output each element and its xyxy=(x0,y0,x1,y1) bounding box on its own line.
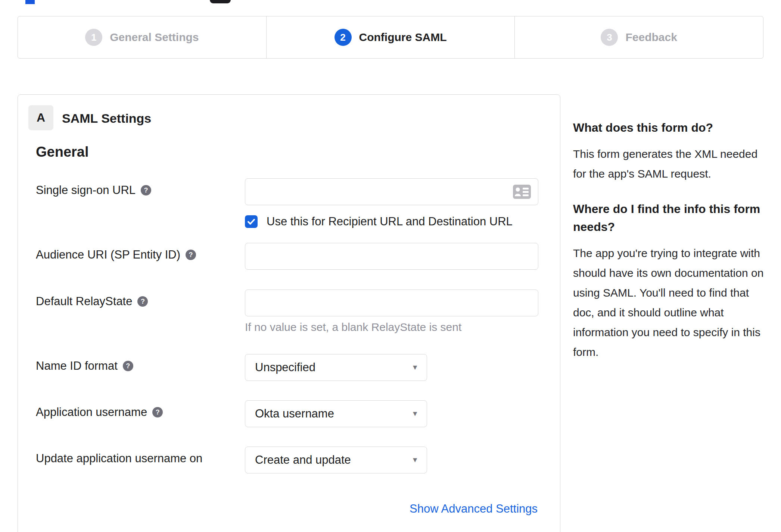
field-label-text: Default RelayState xyxy=(36,295,132,308)
field-label-text: Single sign-on URL xyxy=(36,184,136,197)
help-sidebar: What does this form do? This form genera… xyxy=(573,119,765,378)
step-number-badge: 3 xyxy=(601,29,618,46)
form-row-audience-uri: Audience URI (SP Entity ID) ? xyxy=(36,243,540,270)
recipient-url-checkbox[interactable] xyxy=(245,215,258,228)
audience-uri-field-wrap xyxy=(245,243,538,270)
audience-uri-input[interactable] xyxy=(245,243,538,270)
default-relaystate-input[interactable] xyxy=(245,290,538,316)
help-body-where: The app you're trying to integrate with … xyxy=(573,243,765,362)
help-heading-what: What does this form do? xyxy=(573,119,765,137)
select-value: Okta username xyxy=(255,407,334,420)
recipient-url-checkbox-label[interactable]: Use this for Recipient URL and Destinati… xyxy=(267,215,513,228)
select-value: Create and update xyxy=(255,453,351,467)
help-heading-where: Where do I find the info this form needs… xyxy=(573,200,765,236)
field-label-text: Update application username on xyxy=(36,452,202,465)
application-username-select[interactable]: Okta username ▼ xyxy=(245,400,427,427)
step-feedback[interactable]: 3 Feedback xyxy=(514,16,763,58)
caret-down-icon: ▼ xyxy=(411,363,418,372)
help-icon[interactable]: ? xyxy=(152,407,163,417)
caret-down-icon: ▼ xyxy=(411,456,418,464)
step-configure-saml[interactable]: 2 Configure SAML xyxy=(266,16,515,58)
field-label: Application username ? xyxy=(36,406,163,419)
form-row-name-id-format: Name ID format ? Unspecified ▼ xyxy=(36,354,540,381)
contact-card-icon xyxy=(513,185,531,199)
help-icon[interactable]: ? xyxy=(137,296,148,307)
field-label-text: Application username xyxy=(36,406,147,419)
step-number-badge: 2 xyxy=(335,29,352,46)
field-label: Single sign-on URL ? xyxy=(36,184,151,197)
step-label: Configure SAML xyxy=(359,31,447,44)
single-sign-on-url-input[interactable] xyxy=(245,178,538,205)
step-general-settings[interactable]: 1 General Settings xyxy=(18,16,266,58)
form-row-application-username: Application username ? Okta username ▼ xyxy=(36,400,540,427)
field-label: Update application username on xyxy=(36,452,202,465)
section-title: SAML Settings xyxy=(62,111,151,126)
saml-settings-panel: A SAML Settings General Single sign-on U… xyxy=(18,94,560,532)
recipient-url-checkbox-row: Use this for Recipient URL and Destinati… xyxy=(245,215,513,228)
form-row-single-sign-on-url: Single sign-on URL ? xyxy=(36,178,540,205)
relaystate-hint-text: If no value is set, a blank RelayState i… xyxy=(245,321,461,334)
wizard-stepper: 1 General Settings 2 Configure SAML 3 Fe… xyxy=(18,16,763,59)
step-label: General Settings xyxy=(110,31,199,44)
select-value: Unspecified xyxy=(255,361,315,374)
default-relaystate-field-wrap xyxy=(245,290,538,316)
field-label: Name ID format ? xyxy=(36,359,133,373)
step-label: Feedback xyxy=(625,31,677,44)
help-body-what: This form generates the XML needed for t… xyxy=(573,144,765,184)
section-a-badge: A xyxy=(28,105,53,130)
form-row-default-relaystate: Default RelayState ? xyxy=(36,290,540,316)
single-sign-on-url-field-wrap xyxy=(245,178,538,205)
cropped-title-fragment xyxy=(25,0,35,4)
help-icon[interactable]: ? xyxy=(123,361,133,371)
name-id-format-select[interactable]: Unspecified ▼ xyxy=(245,354,427,381)
field-label: Audience URI (SP Entity ID) ? xyxy=(36,248,196,262)
field-label-text: Name ID format xyxy=(36,359,118,373)
form-row-update-application-username: Update application username on Create an… xyxy=(36,447,540,473)
checkmark-icon xyxy=(247,217,256,226)
field-label: Default RelayState ? xyxy=(36,295,148,308)
show-advanced-settings-link[interactable]: Show Advanced Settings xyxy=(410,502,538,516)
help-icon[interactable]: ? xyxy=(186,250,196,260)
cropped-heading-descender-fragment xyxy=(210,0,231,3)
help-icon[interactable]: ? xyxy=(141,185,151,195)
step-number-badge: 1 xyxy=(85,29,102,46)
field-label-text: Audience URI (SP Entity ID) xyxy=(36,248,180,262)
general-group-heading: General xyxy=(36,144,89,160)
update-application-username-select[interactable]: Create and update ▼ xyxy=(245,447,427,473)
caret-down-icon: ▼ xyxy=(411,410,418,418)
